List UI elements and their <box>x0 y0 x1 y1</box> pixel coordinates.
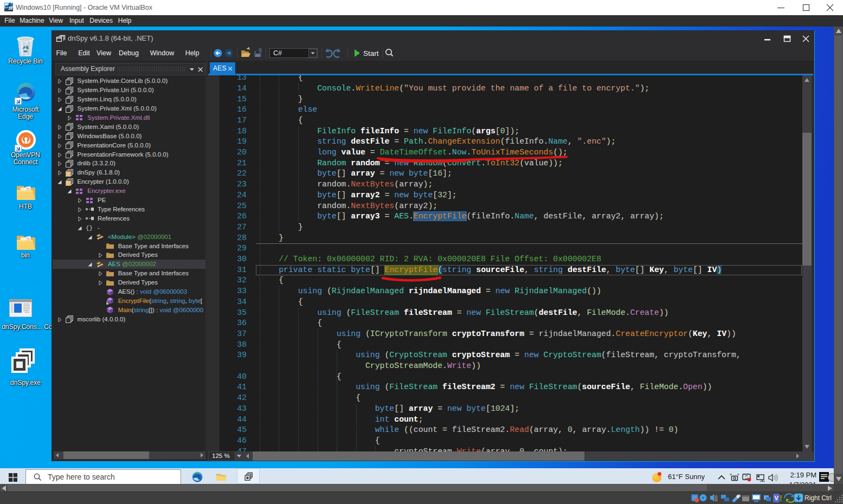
svg-text:C#: C# <box>273 49 282 57</box>
svg-text:Start: Start <box>363 49 379 57</box>
svg-text:10: 10 <box>8 7 12 10</box>
svg-text:V: V <box>775 495 779 501</box>
svg-text:{}: {} <box>86 225 93 231</box>
